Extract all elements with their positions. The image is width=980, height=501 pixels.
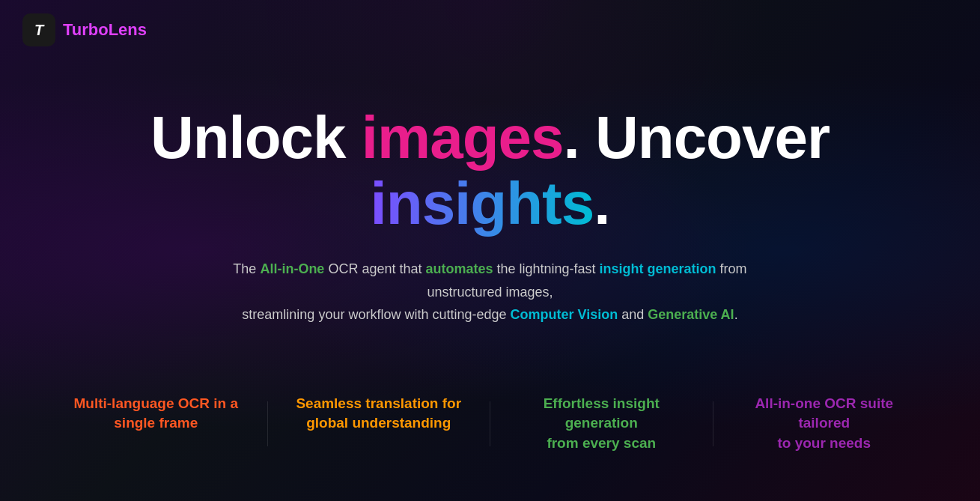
subtitle-computer-vision: Computer Vision	[511, 307, 618, 322]
feature-text-1: Multi-language OCR in asingle frame	[73, 395, 238, 431]
hero-title: Unlock images. Uncover insights.	[30, 105, 950, 237]
logo-container[interactable]: T TurboLens	[22, 13, 147, 46]
title-images: images	[362, 104, 564, 171]
subtitle-end1: the lightning-fast	[493, 261, 600, 276]
logo-text: TurboLens	[63, 20, 147, 40]
logo-letter: T	[34, 22, 43, 39]
title-prefix: Unlock	[150, 104, 362, 171]
header: T TurboLens	[0, 0, 980, 60]
title-middle: . Uncover	[564, 104, 830, 171]
hero-section: Unlock images. Uncover insights. The All…	[0, 60, 980, 356]
subtitle-automates: automates	[425, 261, 493, 276]
features-section: Multi-language OCR in asingle frame Seam…	[0, 371, 980, 484]
feature-item-1: Multi-language OCR in asingle frame	[45, 394, 267, 434]
logo-icon: T	[22, 13, 55, 46]
subtitle-line2-prefix: streamlining your workflow with cutting-…	[242, 307, 510, 322]
feature-item-4: All-in-one OCR suite tailoredto your nee…	[713, 394, 936, 454]
title-suffix: .	[594, 170, 609, 237]
feature-text-2: Seamless translation forglobal understan…	[296, 395, 461, 431]
subtitle-line2-mid: and	[618, 307, 648, 322]
subtitle-mid1: OCR agent that	[324, 261, 425, 276]
feature-item-2: Seamless translation forglobal understan…	[268, 394, 490, 434]
hero-subtitle: The All-in-One OCR agent that automates …	[198, 258, 782, 327]
subtitle-prefix: The	[233, 261, 260, 276]
subtitle-generative-ai: Generative AI	[648, 307, 734, 322]
subtitle-all-in-one: All-in-One	[260, 261, 324, 276]
subtitle-line2-end: .	[734, 307, 738, 322]
subtitle-insight-generation: insight generation	[600, 261, 716, 276]
title-insights: insights	[371, 170, 594, 237]
feature-text-3: Effortless insight generationfrom every …	[544, 395, 660, 451]
feature-text-4: All-in-one OCR suite tailoredto your nee…	[755, 395, 893, 451]
feature-item-3: Effortless insight generationfrom every …	[490, 394, 713, 454]
